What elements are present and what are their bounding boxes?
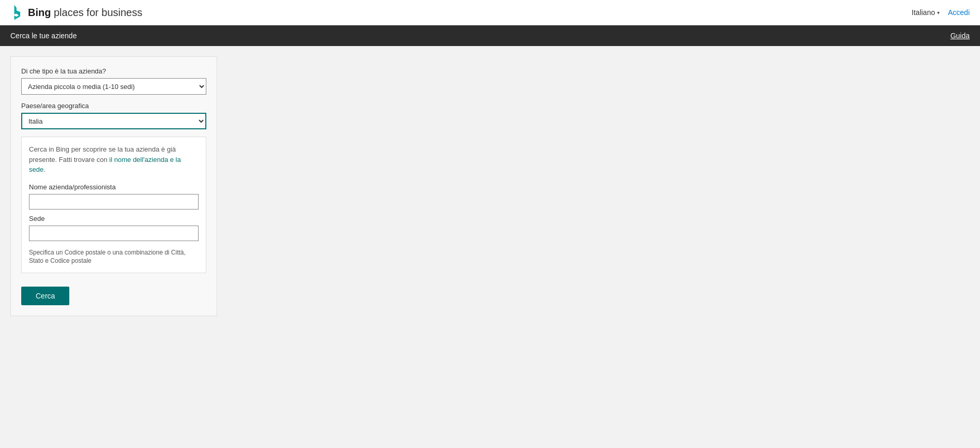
country-group: Paese/area geografica Italia United Stat… — [21, 102, 206, 129]
info-box: Cerca in Bing per scoprire se la tua azi… — [21, 137, 206, 273]
language-label: Italiano — [912, 8, 935, 17]
location-input[interactable] — [29, 226, 199, 241]
business-name-label: Nome azienda/professionista — [29, 183, 199, 191]
country-select[interactable]: Italia United States United Kingdom Germ… — [21, 113, 206, 129]
login-link[interactable]: Accedi — [948, 8, 970, 17]
bing-logo-icon — [10, 5, 25, 20]
logo-container: Bing places for business — [10, 5, 142, 20]
nav-bar: Cerca le tue aziende Guida — [0, 25, 980, 46]
header-right: Italiano ▾ Accedi — [912, 8, 970, 17]
language-selector[interactable]: Italiano ▾ — [912, 8, 940, 17]
chevron-down-icon: ▾ — [937, 10, 940, 16]
nav-title: Cerca le tue aziende — [10, 32, 77, 40]
info-text: Cerca in Bing per scoprire se la tua azi… — [29, 144, 199, 175]
main-content: Di che tipo è la tua azienda? Azienda pi… — [0, 46, 980, 448]
business-name-input[interactable] — [29, 194, 199, 210]
header: Bing places for business Italiano ▾ Acce… — [0, 0, 980, 25]
location-label: Sede — [29, 215, 199, 222]
location-hint: Specifica un Codice postale o una combin… — [29, 248, 199, 266]
guide-link[interactable]: Guida — [951, 32, 970, 40]
business-type-label: Di che tipo è la tua azienda? — [21, 67, 206, 75]
country-label: Paese/area geografica — [21, 102, 206, 110]
business-type-group: Di che tipo è la tua azienda? Azienda pi… — [21, 67, 206, 95]
business-type-select[interactable]: Azienda piccola o media (1-10 sedi) Gran… — [21, 78, 206, 95]
search-button[interactable]: Cerca — [21, 287, 69, 305]
header-title: Bing places for business — [28, 7, 142, 19]
form-card: Di che tipo è la tua azienda? Azienda pi… — [10, 56, 217, 316]
